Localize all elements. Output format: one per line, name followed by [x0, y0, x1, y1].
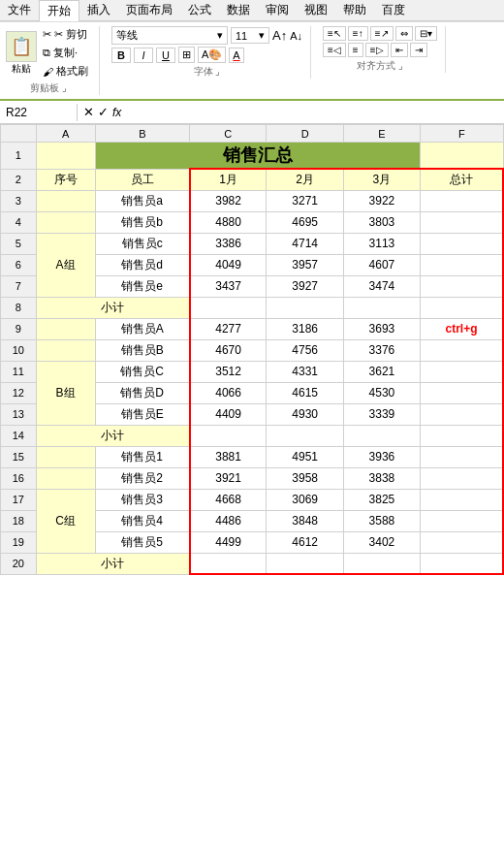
- row-number-1[interactable]: 1: [1, 143, 37, 170]
- align-right-button[interactable]: ≡▷: [365, 43, 389, 57]
- cell-c2[interactable]: 1月: [190, 169, 267, 190]
- cell-f13[interactable]: [421, 403, 503, 425]
- copy-button[interactable]: ⧉ 复制·: [40, 45, 91, 61]
- cell-c4[interactable]: 4880: [190, 211, 267, 233]
- menu-view[interactable]: 视图: [297, 0, 335, 20]
- align-top-left-button[interactable]: ≡↖: [323, 26, 346, 41]
- cell-a17-group-c[interactable]: C组: [36, 489, 95, 553]
- cell-d19[interactable]: 4612: [267, 531, 343, 553]
- row-number-13[interactable]: 13: [1, 403, 37, 425]
- cell-a10[interactable]: [36, 339, 95, 361]
- row-number-18[interactable]: 18: [1, 510, 37, 531]
- cell-b2[interactable]: 员工: [95, 169, 190, 190]
- paste-button[interactable]: 📋 粘贴: [6, 31, 37, 76]
- menu-baidu[interactable]: 百度: [374, 0, 413, 20]
- row-number-5[interactable]: 5: [1, 233, 37, 254]
- cell-b13[interactable]: 销售员E: [95, 403, 190, 425]
- cell-b10[interactable]: 销售员B: [95, 339, 190, 361]
- menu-review[interactable]: 审阅: [258, 0, 297, 20]
- align-top-right-button[interactable]: ≡↗: [370, 26, 394, 41]
- wrap-text-button[interactable]: ⇔: [395, 26, 413, 41]
- cell-f9-hint[interactable]: ctrl+g: [421, 318, 503, 339]
- cell-b11[interactable]: 销售员C: [95, 361, 190, 382]
- italic-button[interactable]: I: [134, 48, 153, 63]
- merge-button[interactable]: ⊟▾: [415, 26, 437, 41]
- cell-f3[interactable]: [421, 190, 503, 211]
- cell-e20[interactable]: [343, 553, 420, 574]
- col-header-a[interactable]: A: [36, 125, 95, 143]
- cell-b3[interactable]: 销售员a: [95, 190, 190, 211]
- row-number-11[interactable]: 11: [1, 361, 37, 382]
- formula-input[interactable]: [127, 104, 504, 121]
- cell-a4[interactable]: [36, 211, 95, 233]
- cell-f1[interactable]: [421, 143, 503, 170]
- cell-d3[interactable]: 3271: [267, 190, 343, 211]
- menu-data[interactable]: 数据: [219, 0, 258, 20]
- row-number-7[interactable]: 7: [1, 275, 37, 297]
- cell-c8[interactable]: [190, 297, 267, 318]
- cell-f5[interactable]: [421, 233, 503, 254]
- menu-formula[interactable]: 公式: [180, 0, 219, 20]
- subtotal-a-label[interactable]: 小计: [36, 297, 190, 318]
- col-header-d[interactable]: D: [267, 125, 343, 143]
- cell-f10[interactable]: [421, 339, 503, 361]
- cell-e4[interactable]: 3803: [343, 211, 420, 233]
- cell-f7[interactable]: [421, 275, 503, 297]
- subtotal-b-label[interactable]: 小计: [36, 425, 190, 446]
- fill-color-button[interactable]: A🎨: [198, 47, 226, 63]
- cell-f2[interactable]: 总计: [421, 169, 503, 190]
- cell-b4[interactable]: 销售员b: [95, 211, 190, 233]
- border-button[interactable]: ⊞: [178, 47, 195, 63]
- cell-reference-box[interactable]: R22: [0, 104, 78, 121]
- cell-b6[interactable]: 销售员d: [95, 254, 190, 275]
- cell-b15[interactable]: 销售员1: [95, 446, 190, 467]
- cell-b16[interactable]: 销售员2: [95, 467, 190, 489]
- cell-c13[interactable]: 4409: [190, 403, 267, 425]
- cell-a16[interactable]: [36, 467, 95, 489]
- cell-d11[interactable]: 4331: [267, 361, 343, 382]
- menu-help[interactable]: 帮助: [335, 0, 374, 20]
- col-header-e[interactable]: E: [343, 125, 420, 143]
- cell-b19[interactable]: 销售员5: [95, 531, 190, 553]
- cell-f15[interactable]: [421, 446, 503, 467]
- cell-c15[interactable]: 3881: [190, 446, 267, 467]
- increase-font-button[interactable]: A↑: [272, 28, 287, 43]
- cell-d9[interactable]: 3186: [267, 318, 343, 339]
- indent-decrease-button[interactable]: ⇤: [391, 43, 408, 57]
- row-number-12[interactable]: 12: [1, 382, 37, 403]
- cell-c6[interactable]: 4049: [190, 254, 267, 275]
- menu-file[interactable]: 文件: [0, 0, 39, 20]
- cell-d10[interactable]: 4756: [267, 339, 343, 361]
- cell-f6[interactable]: [421, 254, 503, 275]
- cell-b7[interactable]: 销售员e: [95, 275, 190, 297]
- cell-e12[interactable]: 4530: [343, 382, 420, 403]
- cell-e7[interactable]: 3474: [343, 275, 420, 297]
- decrease-font-button[interactable]: A↓: [290, 30, 302, 42]
- cell-c5[interactable]: 3386: [190, 233, 267, 254]
- cell-e19[interactable]: 3402: [343, 531, 420, 553]
- cell-a3[interactable]: [36, 190, 95, 211]
- col-header-f[interactable]: F: [421, 125, 503, 143]
- font-color-button[interactable]: A: [229, 48, 243, 63]
- cell-f12[interactable]: [421, 382, 503, 403]
- align-center-button[interactable]: ≡: [348, 43, 363, 57]
- cell-a5-group-a[interactable]: A组: [36, 233, 95, 297]
- cell-c9[interactable]: 4277: [190, 318, 267, 339]
- cell-e16[interactable]: 3838: [343, 467, 420, 489]
- cell-e9[interactable]: 3693: [343, 318, 420, 339]
- row-number-3[interactable]: 3: [1, 190, 37, 211]
- cell-c16[interactable]: 3921: [190, 467, 267, 489]
- cell-f4[interactable]: [421, 211, 503, 233]
- cell-c3[interactable]: 3982: [190, 190, 267, 211]
- cell-c20[interactable]: [190, 553, 267, 574]
- menu-page-layout[interactable]: 页面布局: [118, 0, 180, 20]
- cell-d16[interactable]: 3958: [267, 467, 343, 489]
- cell-e18[interactable]: 3588: [343, 510, 420, 531]
- cell-a2[interactable]: 序号: [36, 169, 95, 190]
- cell-c14[interactable]: [190, 425, 267, 446]
- cell-b5[interactable]: 销售员c: [95, 233, 190, 254]
- cell-a11-group-b[interactable]: B组: [36, 361, 95, 425]
- cell-e13[interactable]: 3339: [343, 403, 420, 425]
- cell-e17[interactable]: 3825: [343, 489, 420, 510]
- cell-c19[interactable]: 4499: [190, 531, 267, 553]
